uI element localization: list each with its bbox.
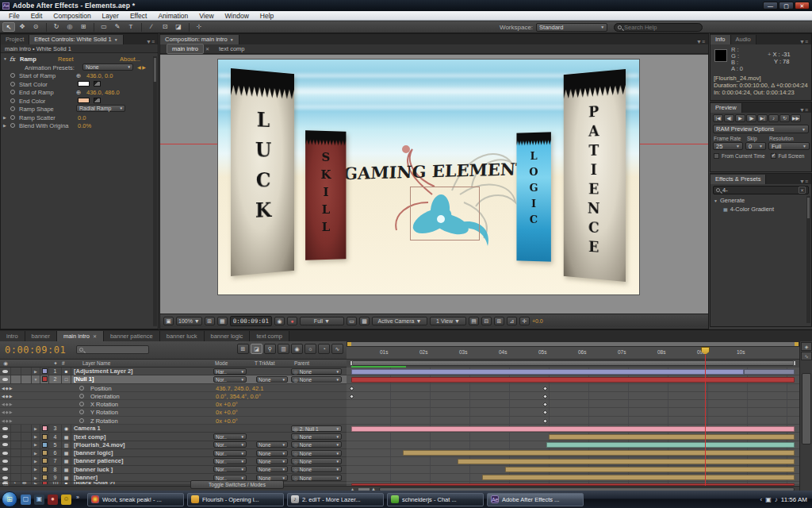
preview-resolution-dropdown[interactable]: Full▼ (768, 142, 810, 150)
tab-info[interactable]: Info (710, 35, 731, 44)
keyframe-nav-icons[interactable]: ◀◆▶ (2, 386, 13, 391)
expand-inout-icon[interactable]: ⇹ (22, 480, 27, 487)
timeline-vertical-scrollbar[interactable]: ◈ ∿ (799, 341, 812, 491)
effects-item-row[interactable]: ▦ 4-Color Gradient (710, 205, 811, 214)
expand-closed-icon[interactable]: ▶ (32, 441, 40, 448)
layer-name-header[interactable]: Layer Name (71, 360, 212, 366)
stopwatch-icon[interactable] (79, 394, 84, 398)
mode-header[interactable]: Mode (212, 360, 248, 366)
eye-icon[interactable] (0, 457, 11, 464)
keyframe-nav-icons[interactable]: ◀◆▶ (2, 394, 13, 398)
label-color[interactable] (40, 425, 49, 432)
stopwatch-icon[interactable] (10, 98, 15, 103)
mode-dropdown[interactable]: Nor..▼ (213, 450, 247, 456)
stopwatch-icon[interactable] (10, 106, 15, 111)
tab-intro[interactable]: intro (0, 331, 25, 341)
keyframe-icon[interactable] (349, 394, 354, 399)
track-orientation[interactable] (347, 392, 799, 400)
frame-rate-dropdown[interactable]: 25▼ (713, 142, 743, 150)
pixel-aspect-icon[interactable]: ▤ (469, 317, 479, 325)
comp-tab-main-intro[interactable]: main intro (167, 44, 204, 54)
expand-closed-icon[interactable]: ▶ (32, 482, 40, 484)
menu-effect[interactable]: Effect (124, 12, 153, 20)
stopwatch-icon[interactable] (79, 418, 84, 423)
keyframe-icon[interactable] (542, 394, 548, 399)
volume-icon[interactable]: ♪ (775, 496, 778, 503)
tab-project[interactable]: Project (1, 35, 29, 44)
toggle-switches-modes-button[interactable]: Toggle Switches / Modes (190, 480, 284, 489)
tab-audio[interactable]: Audio (731, 35, 756, 44)
puppet-pin-tool-icon[interactable]: ⊹ (193, 22, 205, 32)
ramp-shape-dropdown[interactable]: Radial Ramp▼ (76, 105, 125, 112)
parent-dropdown[interactable]: ◎None▼ (291, 466, 342, 472)
stopwatch-icon[interactable] (10, 115, 15, 120)
mode-dropdown[interactable]: Nor..▼ (213, 376, 247, 383)
eye-icon[interactable] (0, 433, 11, 440)
lock-cell[interactable] (21, 441, 32, 448)
mode-dropdown[interactable]: Nor..▼ (213, 466, 247, 472)
tab-preview[interactable]: Preview (710, 103, 742, 113)
clone-stamp-tool-icon[interactable]: ⊡ (159, 22, 171, 32)
taskbar-button-browser[interactable]: Woot, sneak peak! - ... (87, 493, 184, 506)
keyframe-icon[interactable] (542, 386, 548, 391)
scrollbar-thumb[interactable] (802, 373, 811, 444)
menu-edit[interactable]: Edit (25, 12, 48, 20)
layer-bar[interactable] (505, 467, 795, 472)
label-color[interactable] (40, 441, 49, 448)
camera-dropdown[interactable]: Active Camera ▼ (372, 317, 427, 325)
menu-composition[interactable]: Composition (48, 12, 96, 20)
timeline-button-icon[interactable]: ⊞ (494, 317, 504, 325)
track-area[interactable] (347, 368, 799, 486)
panel-menu-icon[interactable]: ▼≡ (693, 39, 708, 44)
pen-tool-icon[interactable]: ✎ (111, 22, 124, 32)
start-of-ramp-value[interactable]: 436.0, 0.0 (86, 72, 113, 79)
network-icon[interactable]: ▣ (765, 496, 772, 503)
parent-dropdown[interactable]: ◎None▼ (291, 475, 342, 481)
track-y-rotation[interactable] (347, 408, 799, 416)
track-position[interactable] (347, 384, 799, 392)
property-name[interactable]: Y Rotation (90, 409, 118, 416)
brush-tool-icon[interactable]: ∕ (145, 22, 158, 32)
expand-closed-icon[interactable]: ▶ (3, 115, 6, 120)
track-layer-10[interactable] (347, 482, 799, 485)
label-color[interactable] (40, 474, 49, 481)
layer-bar[interactable] (546, 442, 795, 448)
table-row-layer-2[interactable]: ▼ 2 □ [Null 1] Nor..▼ None▼ ◎None▼ (0, 375, 347, 383)
parent-dropdown[interactable]: ◎2. Null 1▼ (291, 425, 342, 432)
tab-banner-logic[interactable]: banner logic (205, 331, 251, 341)
safe-areas-icon[interactable]: ⊞ (205, 317, 215, 325)
hand-tool-icon[interactable]: ✥ (16, 22, 29, 32)
effects-search-input[interactable] (722, 187, 794, 194)
lock-cell[interactable] (21, 425, 32, 432)
property-value[interactable]: 0x +0.0° (216, 418, 238, 425)
layer-bar[interactable] (351, 377, 795, 383)
menu-window[interactable]: Window (220, 12, 255, 20)
stopwatch-icon[interactable] (79, 402, 84, 406)
clock[interactable]: 11:56 AM (781, 496, 807, 503)
track-layer-9[interactable] (347, 474, 799, 482)
tab-banner-luck[interactable]: banner luck (160, 331, 205, 341)
motion-blur-icon[interactable]: ◉ (291, 344, 303, 354)
full-screen-checkbox[interactable] (771, 153, 776, 159)
property-name[interactable]: Z Rotation (90, 418, 118, 425)
tab-banner[interactable]: banner (25, 331, 57, 341)
transparency-grid-icon[interactable]: ▩ (359, 317, 370, 325)
layer-name[interactable]: [banner patience] (71, 457, 212, 464)
work-area-bar[interactable] (347, 360, 799, 368)
selection-tool-icon[interactable]: ↖ (2, 22, 15, 32)
preset-prev-next-icons[interactable]: ◀ ▶ (137, 64, 146, 70)
menu-layer[interactable]: Layer (97, 12, 124, 20)
label-color[interactable] (40, 368, 49, 375)
flowchart-icon[interactable]: ⊿ (507, 317, 517, 325)
track-layer-5[interactable] (347, 441, 799, 449)
tab-effect-controls[interactable]: Effect Controls: White Solid 1▼ (29, 35, 123, 44)
expand-switches-icon[interactable]: ◔ (13, 480, 16, 486)
reset-link[interactable]: Reset (58, 56, 74, 63)
parent-dropdown[interactable]: ◎None▼ (291, 433, 342, 440)
end-of-ramp-value[interactable]: 436.0, 486.0 (86, 89, 120, 96)
property-row-position[interactable]: ◀◆▶ Position 436.7, 245.0, 42.1 (0, 384, 347, 392)
brainstorm-icon[interactable]: ☼ (304, 344, 316, 354)
panel-menu-icon[interactable]: ▼≡ (796, 107, 811, 113)
pan-behind-tool-icon[interactable]: ⊞ (77, 22, 90, 32)
label-color[interactable] (40, 457, 49, 464)
